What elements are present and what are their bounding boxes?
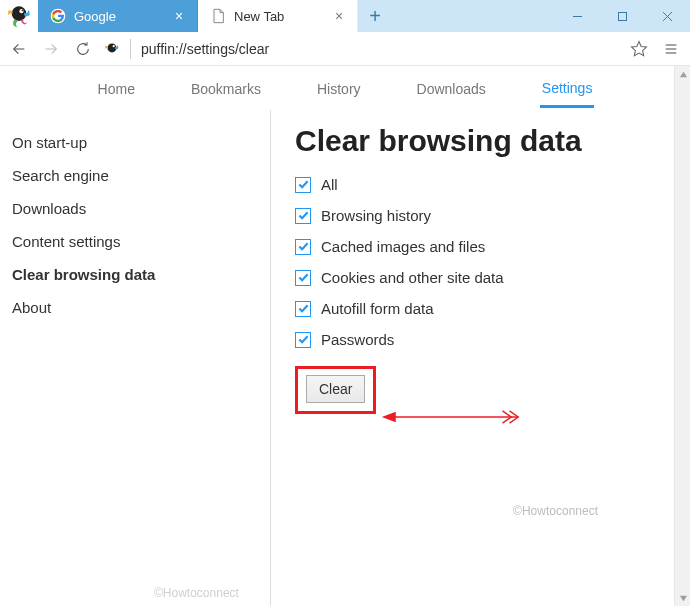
checkbox-row-browsing-history[interactable]: Browsing history xyxy=(295,207,690,224)
checkbox-icon[interactable] xyxy=(295,208,311,224)
watermark-text: ©Howtoconnect xyxy=(513,504,598,518)
site-icon xyxy=(100,37,124,61)
sidebar-item-content-settings[interactable]: Content settings xyxy=(10,225,260,258)
sidebar-item-about[interactable]: About xyxy=(10,291,260,324)
maximize-button[interactable] xyxy=(600,0,645,32)
tab-title: Google xyxy=(74,9,163,24)
annotation-highlight-box: Clear xyxy=(295,366,376,414)
checkbox-icon[interactable] xyxy=(295,301,311,317)
minimize-button[interactable] xyxy=(555,0,600,32)
reload-button[interactable] xyxy=(68,34,98,64)
checkbox-icon[interactable] xyxy=(295,270,311,286)
checkbox-label: Browsing history xyxy=(321,207,431,224)
checkbox-icon[interactable] xyxy=(295,332,311,348)
svg-marker-19 xyxy=(679,595,686,600)
checkbox-label: Autofill form data xyxy=(321,300,434,317)
svg-rect-5 xyxy=(619,12,627,20)
svg-marker-12 xyxy=(632,41,647,55)
checkbox-row-all[interactable]: All xyxy=(295,176,690,193)
close-icon[interactable]: × xyxy=(171,8,187,24)
nav-bookmarks[interactable]: Bookmarks xyxy=(189,69,263,107)
address-bar xyxy=(0,32,690,66)
main-panel: Clear browsing data All Browsing history… xyxy=(271,110,690,606)
scroll-up-icon[interactable] xyxy=(675,66,690,82)
tab-strip: Google × New Tab × + xyxy=(38,0,555,32)
svg-point-1 xyxy=(19,9,23,13)
close-window-button[interactable] xyxy=(645,0,690,32)
checkbox-icon[interactable] xyxy=(295,239,311,255)
tab-title: New Tab xyxy=(234,9,323,24)
checkbox-label: Passwords xyxy=(321,331,394,348)
svg-marker-17 xyxy=(382,412,396,423)
clear-button[interactable]: Clear xyxy=(306,375,365,403)
new-tab-button[interactable]: + xyxy=(358,0,392,32)
tab-new-tab[interactable]: New Tab × xyxy=(198,0,358,32)
settings-sidebar: On start-up Search engine Downloads Cont… xyxy=(0,110,270,606)
sidebar-item-startup[interactable]: On start-up xyxy=(10,126,260,159)
window-controls xyxy=(555,0,690,32)
back-button[interactable] xyxy=(4,34,34,64)
checkbox-label: Cached images and files xyxy=(321,238,485,255)
address-input[interactable] xyxy=(139,40,622,58)
tab-google[interactable]: Google × xyxy=(38,0,198,32)
scroll-down-icon[interactable] xyxy=(675,590,690,606)
forward-button[interactable] xyxy=(36,34,66,64)
svg-marker-18 xyxy=(679,71,686,76)
checkbox-row-cached[interactable]: Cached images and files xyxy=(295,238,690,255)
sidebar-item-search-engine[interactable]: Search engine xyxy=(10,159,260,192)
content-area: On start-up Search engine Downloads Cont… xyxy=(0,110,690,606)
checkbox-label: All xyxy=(321,176,338,193)
svg-point-11 xyxy=(113,45,115,47)
annotation-arrow-icon xyxy=(380,407,520,430)
close-icon[interactable]: × xyxy=(331,8,347,24)
app-icon xyxy=(0,0,38,32)
watermark-text-bottom: ©Howtoconnect xyxy=(154,586,239,600)
bookmark-star-button[interactable] xyxy=(624,34,654,64)
sidebar-item-clear-browsing-data[interactable]: Clear browsing data xyxy=(10,258,260,291)
page-heading: Clear browsing data xyxy=(295,124,690,158)
hamburger-menu-button[interactable] xyxy=(656,34,686,64)
nav-settings[interactable]: Settings xyxy=(540,68,595,108)
nav-downloads[interactable]: Downloads xyxy=(415,69,488,107)
title-bar: Google × New Tab × + xyxy=(0,0,690,32)
top-nav: Home Bookmarks History Downloads Setting… xyxy=(0,66,690,110)
nav-history[interactable]: History xyxy=(315,69,363,107)
separator xyxy=(130,39,131,59)
checkbox-icon[interactable] xyxy=(295,177,311,193)
svg-point-2 xyxy=(21,10,23,12)
checkbox-label: Cookies and other site data xyxy=(321,269,504,286)
vertical-scrollbar[interactable] xyxy=(674,66,690,606)
checkbox-row-autofill[interactable]: Autofill form data xyxy=(295,300,690,317)
sidebar-item-downloads[interactable]: Downloads xyxy=(10,192,260,225)
google-favicon-icon xyxy=(50,8,66,24)
checkbox-row-passwords[interactable]: Passwords xyxy=(295,331,690,348)
document-icon xyxy=(210,8,226,24)
nav-home[interactable]: Home xyxy=(96,69,137,107)
checkbox-row-cookies[interactable]: Cookies and other site data xyxy=(295,269,690,286)
